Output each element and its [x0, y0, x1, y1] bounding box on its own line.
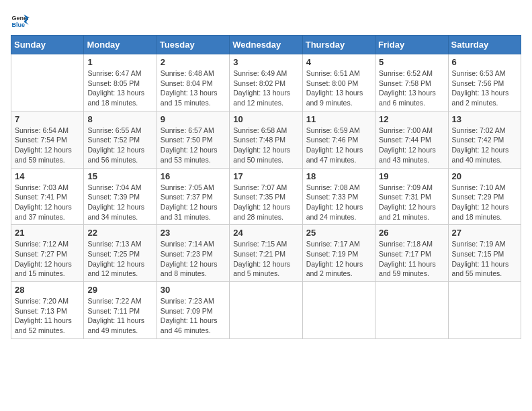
day-info: Sunrise: 6:52 AMSunset: 7:58 PMDaylight:…: [379, 68, 444, 108]
calendar-cell-w2-d6: 13Sunrise: 7:02 AMSunset: 7:42 PMDayligh…: [448, 111, 521, 168]
day-info: Sunrise: 6:59 AMSunset: 7:46 PMDaylight:…: [306, 126, 371, 165]
day-info: Sunrise: 7:00 AMSunset: 7:44 PMDaylight:…: [379, 126, 444, 165]
day-info: Sunrise: 7:07 AMSunset: 7:35 PMDaylight:…: [233, 183, 298, 222]
day-number: 30: [161, 285, 226, 295]
day-info: Sunrise: 7:03 AMSunset: 7:41 PMDaylight:…: [15, 183, 80, 222]
day-number: 7: [15, 114, 80, 124]
calendar-cell-w3-d1: 15Sunrise: 7:04 AMSunset: 7:39 PMDayligh…: [84, 168, 157, 225]
day-number: 25: [306, 228, 371, 238]
day-number: 22: [87, 228, 152, 238]
calendar-cell-w1-d3: 3Sunrise: 6:49 AMSunset: 8:02 PMDaylight…: [230, 54, 302, 111]
calendar-cell-w5-d6: [448, 282, 521, 339]
day-info: Sunrise: 6:53 AMSunset: 7:56 PMDaylight:…: [452, 68, 517, 108]
calendar-cell-w1-d5: 5Sunrise: 6:52 AMSunset: 7:58 PMDaylight…: [375, 54, 448, 111]
header-friday: Friday: [375, 36, 448, 54]
day-info: Sunrise: 7:12 AMSunset: 7:27 PMDaylight:…: [15, 239, 80, 279]
day-number: 3: [233, 57, 298, 67]
calendar-cell-w4-d5: 26Sunrise: 7:18 AMSunset: 7:17 PMDayligh…: [375, 225, 448, 282]
day-info: Sunrise: 6:48 AMSunset: 8:04 PMDaylight:…: [161, 68, 226, 108]
header-thursday: Thursday: [302, 36, 375, 54]
day-number: 19: [379, 171, 444, 181]
day-number: 17: [233, 171, 298, 181]
calendar-cell-w2-d3: 10Sunrise: 6:58 AMSunset: 7:48 PMDayligh…: [230, 111, 302, 168]
day-info: Sunrise: 6:55 AMSunset: 7:52 PMDaylight:…: [87, 126, 152, 165]
day-info: Sunrise: 7:04 AMSunset: 7:39 PMDaylight:…: [87, 183, 152, 222]
calendar-cell-w2-d0: 7Sunrise: 6:54 AMSunset: 7:54 PMDaylight…: [11, 111, 84, 168]
day-number: 23: [161, 228, 226, 238]
day-number: 18: [306, 171, 371, 181]
day-number: 12: [379, 114, 444, 124]
day-number: 27: [452, 228, 517, 238]
header-tuesday: Tuesday: [157, 36, 229, 54]
calendar-cell-w3-d4: 18Sunrise: 7:08 AMSunset: 7:33 PMDayligh…: [302, 168, 375, 225]
calendar-cell-w4-d4: 25Sunrise: 7:17 AMSunset: 7:19 PMDayligh…: [302, 225, 375, 282]
day-number: 26: [379, 228, 444, 238]
day-number: 20: [452, 171, 517, 181]
day-info: Sunrise: 6:57 AMSunset: 7:50 PMDaylight:…: [161, 126, 226, 165]
calendar-cell-w3-d0: 14Sunrise: 7:03 AMSunset: 7:41 PMDayligh…: [11, 168, 84, 225]
calendar-cell-w5-d0: 28Sunrise: 7:20 AMSunset: 7:13 PMDayligh…: [11, 282, 84, 339]
calendar-cell-w4-d2: 23Sunrise: 7:14 AMSunset: 7:23 PMDayligh…: [157, 225, 229, 282]
calendar-cell-w1-d6: 6Sunrise: 6:53 AMSunset: 7:56 PMDaylight…: [448, 54, 521, 111]
calendar-cell-w5-d2: 30Sunrise: 7:23 AMSunset: 7:09 PMDayligh…: [157, 282, 229, 339]
day-info: Sunrise: 7:19 AMSunset: 7:15 PMDaylight:…: [452, 239, 517, 279]
day-number: 11: [306, 114, 371, 124]
day-number: 28: [15, 285, 80, 295]
header-sunday: Sunday: [11, 36, 84, 54]
calendar-cell-w2-d2: 9Sunrise: 6:57 AMSunset: 7:50 PMDaylight…: [157, 111, 229, 168]
calendar-cell-w3-d6: 20Sunrise: 7:10 AMSunset: 7:29 PMDayligh…: [448, 168, 521, 225]
calendar-cell-w3-d3: 17Sunrise: 7:07 AMSunset: 7:35 PMDayligh…: [230, 168, 302, 225]
day-info: Sunrise: 7:13 AMSunset: 7:25 PMDaylight:…: [87, 239, 152, 279]
day-info: Sunrise: 6:51 AMSunset: 8:00 PMDaylight:…: [306, 68, 371, 108]
day-info: Sunrise: 7:09 AMSunset: 7:31 PMDaylight:…: [379, 183, 444, 222]
calendar-cell-w3-d2: 16Sunrise: 7:05 AMSunset: 7:37 PMDayligh…: [157, 168, 229, 225]
day-info: Sunrise: 7:05 AMSunset: 7:37 PMDaylight:…: [161, 183, 226, 222]
day-number: 16: [161, 171, 226, 181]
day-info: Sunrise: 6:58 AMSunset: 7:48 PMDaylight:…: [233, 126, 298, 165]
day-info: Sunrise: 7:08 AMSunset: 7:33 PMDaylight:…: [306, 183, 371, 222]
day-number: 10: [233, 114, 298, 124]
calendar-cell-w1-d1: 1Sunrise: 6:47 AMSunset: 8:05 PMDaylight…: [84, 54, 157, 111]
calendar-cell-w4-d0: 21Sunrise: 7:12 AMSunset: 7:27 PMDayligh…: [11, 225, 84, 282]
header-saturday: Saturday: [448, 36, 521, 54]
day-number: 13: [452, 114, 517, 124]
day-info: Sunrise: 7:14 AMSunset: 7:23 PMDaylight:…: [161, 239, 226, 279]
day-info: Sunrise: 7:10 AMSunset: 7:29 PMDaylight:…: [452, 183, 517, 222]
day-number: 2: [161, 57, 226, 67]
calendar-cell-w1-d0: [11, 54, 84, 111]
calendar-cell-w5-d4: [302, 282, 375, 339]
calendar-cell-w3-d5: 19Sunrise: 7:09 AMSunset: 7:31 PMDayligh…: [375, 168, 448, 225]
calendar-week-5: 28Sunrise: 7:20 AMSunset: 7:13 PMDayligh…: [11, 282, 521, 339]
calendar-header-row: SundayMondayTuesdayWednesdayThursdayFrid…: [11, 36, 521, 54]
logo-icon: General Blue: [11, 11, 30, 30]
calendar-cell-w1-d4: 4Sunrise: 6:51 AMSunset: 8:00 PMDaylight…: [302, 54, 375, 111]
calendar-week-1: 1Sunrise: 6:47 AMSunset: 8:05 PMDaylight…: [11, 54, 521, 111]
day-number: 15: [87, 171, 152, 181]
day-number: 1: [87, 57, 152, 67]
calendar-cell-w1-d2: 2Sunrise: 6:48 AMSunset: 8:04 PMDaylight…: [157, 54, 229, 111]
day-number: 8: [87, 114, 152, 124]
calendar-week-2: 7Sunrise: 6:54 AMSunset: 7:54 PMDaylight…: [11, 111, 521, 168]
calendar-cell-w4-d3: 24Sunrise: 7:15 AMSunset: 7:21 PMDayligh…: [230, 225, 302, 282]
day-number: 5: [379, 57, 444, 67]
header-wednesday: Wednesday: [230, 36, 302, 54]
calendar-week-3: 14Sunrise: 7:03 AMSunset: 7:41 PMDayligh…: [11, 168, 521, 225]
day-info: Sunrise: 6:47 AMSunset: 8:05 PMDaylight:…: [87, 68, 152, 108]
calendar-table: SundayMondayTuesdayWednesdayThursdayFrid…: [11, 35, 521, 339]
calendar-cell-w4-d6: 27Sunrise: 7:19 AMSunset: 7:15 PMDayligh…: [448, 225, 521, 282]
page-header: General Blue: [11, 11, 521, 30]
day-number: 4: [306, 57, 371, 67]
day-number: 21: [15, 228, 80, 238]
day-info: Sunrise: 7:23 AMSunset: 7:09 PMDaylight:…: [161, 296, 226, 336]
day-info: Sunrise: 7:02 AMSunset: 7:42 PMDaylight:…: [452, 126, 517, 165]
day-number: 9: [161, 114, 226, 124]
calendar-cell-w2-d1: 8Sunrise: 6:55 AMSunset: 7:52 PMDaylight…: [84, 111, 157, 168]
day-number: 14: [15, 171, 80, 181]
day-number: 29: [87, 285, 152, 295]
day-number: 6: [452, 57, 517, 67]
day-info: Sunrise: 7:15 AMSunset: 7:21 PMDaylight:…: [233, 239, 298, 279]
svg-text:Blue: Blue: [11, 21, 25, 28]
calendar-cell-w2-d4: 11Sunrise: 6:59 AMSunset: 7:46 PMDayligh…: [302, 111, 375, 168]
day-info: Sunrise: 7:22 AMSunset: 7:11 PMDaylight:…: [87, 296, 152, 336]
calendar-week-4: 21Sunrise: 7:12 AMSunset: 7:27 PMDayligh…: [11, 225, 521, 282]
